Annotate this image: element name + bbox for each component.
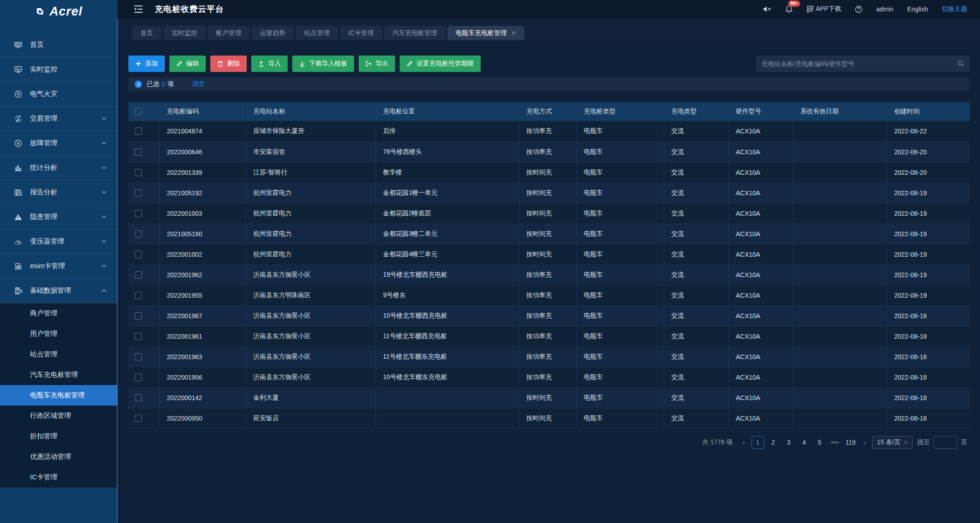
search-input[interactable] <box>762 60 957 67</box>
row-checkbox[interactable] <box>135 333 142 340</box>
sidebar-subitem-promo[interactable]: 优惠活动管理 <box>0 447 117 467</box>
tab-账户管理[interactable]: 账户管理 <box>208 26 249 40</box>
tab-IC卡管理[interactable]: IC卡管理 <box>340 26 382 40</box>
page-size-value: 15 条/页 <box>877 438 900 447</box>
row-checkbox[interactable] <box>135 374 142 381</box>
row-checkbox[interactable] <box>135 353 142 361</box>
table-cell: 交流 <box>664 305 728 326</box>
mute-icon[interactable] <box>763 5 772 13</box>
sidebar-item-monitor[interactable]: 实时监控 <box>0 57 117 82</box>
table-cell <box>793 264 887 285</box>
selection-count: 0 <box>162 81 165 88</box>
sidebar-item-electric-fire[interactable]: 电气火灾 <box>0 82 117 107</box>
row-checkbox[interactable] <box>135 230 142 238</box>
tab-首页[interactable]: 首页 <box>132 26 161 40</box>
menu-fold-icon[interactable] <box>134 5 143 13</box>
sidebar-item-home[interactable]: 首页 <box>0 33 117 57</box>
tab-站点管理[interactable]: 站点管理 <box>296 26 338 40</box>
row-checkbox[interactable] <box>135 148 142 156</box>
sidebar-item-trade[interactable]: 交易管理 <box>0 107 117 131</box>
table-cell: 电瓶车 <box>576 387 664 408</box>
sidebar-subitem-ebike-pile[interactable]: 电瓶车充电桩管理 <box>0 385 117 406</box>
select-all-checkbox[interactable] <box>135 108 142 115</box>
table-cell: ACX10A <box>728 244 793 264</box>
table-cell: 2022-08-20 <box>887 142 970 162</box>
toolbar: 添加编辑删除导入下载导入模板导出设置充电桩托管期限 <box>128 56 970 72</box>
table-row: 2022001956沂南县东方御景小区10号楼北车棚东充电桩按功率充电瓶车交流A… <box>128 367 970 387</box>
table-cell <box>793 367 887 387</box>
row-checkbox[interactable] <box>135 169 142 176</box>
sidebar-subitem-station[interactable]: 站点管理 <box>0 344 117 365</box>
table-cell: 按时间充 <box>519 203 576 223</box>
page-number-2[interactable]: 2 <box>767 436 780 449</box>
tab-close-icon[interactable]: ✕ <box>511 30 516 36</box>
page-number-1[interactable]: 1 <box>752 436 764 449</box>
sidebar-subitem-user[interactable]: 用户管理 <box>0 324 117 344</box>
help-icon[interactable] <box>855 5 863 13</box>
next-page-arrow[interactable]: › <box>862 438 868 446</box>
tab-实时监控[interactable]: 实时监控 <box>163 26 205 40</box>
tab-汽车充电桩管理[interactable]: 汽车充电桩管理 <box>384 26 445 40</box>
prev-page-arrow[interactable]: ‹ <box>741 438 747 446</box>
row-checkbox[interactable] <box>135 127 142 135</box>
table-row: 2022001003杭州雷霆电力金都花园2幢底层按时间充电瓶车交流ACX10A2… <box>128 203 970 223</box>
sidebar-subitem-merchant[interactable]: 商户管理 <box>0 303 117 324</box>
edit-button[interactable]: 编辑 <box>169 56 206 72</box>
tab-电瓶车充电桩管理[interactable]: 电瓶车充电桩管理✕ <box>447 26 524 40</box>
row-checkbox[interactable] <box>135 312 142 320</box>
sidebar-scrollbar[interactable] <box>117 18 117 523</box>
top-header: 充电桩收费云平台 99+ APP下载 admin <box>117 0 980 18</box>
row-checkbox[interactable] <box>135 210 142 217</box>
sidebar-item-esim[interactable]: esim卡管理 <box>0 254 117 279</box>
page-number-119[interactable]: 119 <box>844 436 857 449</box>
set-hosting-button[interactable]: 设置充电桩托管期限 <box>400 56 481 72</box>
row-checkbox[interactable] <box>135 251 142 258</box>
page-size-select[interactable]: 15 条/页 ∨ <box>872 436 913 449</box>
page-number-3[interactable]: 3 <box>782 436 795 449</box>
table-cell: 2021005180 <box>159 223 246 244</box>
add-button[interactable]: 添加 <box>128 56 165 72</box>
table-row: 2022001339江苏-智将行教学楼按时间充电瓶车交流ACX10A2022-0… <box>128 162 970 183</box>
import-button[interactable]: 导入 <box>251 56 288 72</box>
column-header: 充电类型 <box>664 102 728 121</box>
search-icon[interactable] <box>957 60 965 67</box>
sidebar-item-fault[interactable]: 故障管理 <box>0 131 117 156</box>
table-cell: 沂南县东方御景小区 <box>246 264 376 285</box>
page-number-5[interactable]: 5 <box>813 436 826 449</box>
sidebar-subitem-ic-card[interactable]: IC卡管理 <box>0 467 117 487</box>
sidebar-subitem-discount[interactable]: 折扣管理 <box>0 426 117 447</box>
table-cell: 2022001961 <box>159 326 246 346</box>
sidebar-subitem-region[interactable]: 行政区域管理 <box>0 406 117 426</box>
jump-suffix-label: 页 <box>961 438 967 447</box>
delete-button[interactable]: 删除 <box>210 56 247 72</box>
tab-bar: 首页实时监控账户管理运营趋势站点管理IC卡管理汽车充电桩管理电瓶车充电桩管理✕ <box>117 18 980 40</box>
row-checkbox[interactable] <box>135 271 142 279</box>
sidebar-item-transformer[interactable]: 变压器管理 <box>0 229 117 254</box>
app-download-link[interactable]: APP下载 <box>807 5 841 13</box>
row-checkbox[interactable] <box>135 394 142 401</box>
row-checkbox[interactable] <box>135 415 142 422</box>
tab-运营趋势[interactable]: 运营趋势 <box>252 26 294 40</box>
row-checkbox[interactable] <box>135 189 142 197</box>
tab-label: 实时监控 <box>172 29 197 37</box>
table-cell: 电瓶车 <box>576 346 664 367</box>
notifications-bell-icon[interactable]: 99+ <box>785 5 793 13</box>
edit-icon <box>406 61 413 67</box>
theme-switch-link[interactable]: 切换主题 <box>942 5 967 13</box>
sidebar-item-report[interactable]: 报告分析 <box>0 180 117 205</box>
sidebar-item-hazard[interactable]: 隐患管理 <box>0 205 117 229</box>
sidebar-subitem-car-pile[interactable]: 汽车充电桩管理 <box>0 365 117 385</box>
jump-page-input[interactable] <box>934 436 957 449</box>
table-cell: 19号楼北车棚西充电桩 <box>376 264 519 285</box>
download-template-button[interactable]: 下载导入模板 <box>292 56 354 72</box>
sidebar-subitem-label: IC卡管理 <box>30 473 57 482</box>
sidebar-item-label: esim卡管理 <box>30 262 102 270</box>
sidebar-item-base-data[interactable]: 基础数据管理 <box>0 279 117 303</box>
export-button[interactable]: 导出 <box>359 56 395 72</box>
clear-selection-link[interactable]: 清空 <box>192 80 205 88</box>
user-menu[interactable]: admin <box>876 5 894 13</box>
sidebar-item-stats[interactable]: 统计分析 <box>0 156 117 180</box>
language-switch[interactable]: English <box>907 5 928 13</box>
row-checkbox[interactable] <box>135 292 142 299</box>
page-number-4[interactable]: 4 <box>798 436 811 449</box>
